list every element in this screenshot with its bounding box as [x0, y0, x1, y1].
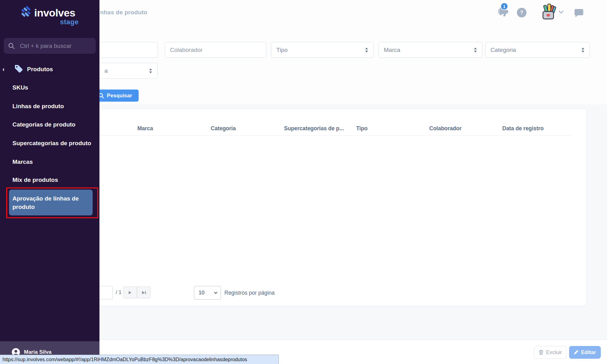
colaborador-placeholder: Colaborador — [170, 47, 203, 53]
excluir-button-label: Excluir — [546, 349, 562, 356]
column-header-tipo[interactable]: Tipo — [356, 125, 368, 132]
column-header-colaborador[interactable]: Colaborador — [429, 125, 462, 132]
column-header-marca[interactable]: Marca — [137, 125, 153, 132]
play-icon — [128, 291, 132, 295]
browser-status-url: https://sup.involves.com/webapp/#!/app/1… — [0, 355, 279, 364]
column-header-supercategorias[interactable]: Supercategorias de p... — [284, 125, 344, 132]
sidebar-item-marcas[interactable]: Marcas — [12, 159, 33, 165]
column-header-categoria[interactable]: Categoria — [211, 125, 236, 132]
categoria-select[interactable]: Categoria — [485, 42, 590, 58]
select-spinner-icon — [365, 47, 368, 53]
per-page-select[interactable]: 10 — [194, 286, 221, 300]
sidebar-collapse-button[interactable]: ‹ — [2, 66, 5, 73]
sidebar-item-aprovacao-de-linhas-de-produto-active[interactable]: Aprovação de linhas de produto — [9, 190, 93, 215]
column-header-data-registro[interactable]: Data de registro — [502, 125, 544, 132]
editar-button-label: Editar — [581, 349, 596, 356]
per-page-value: 10 — [199, 290, 205, 296]
table-body-empty — [101, 136, 572, 279]
last-page-button[interactable] — [137, 287, 150, 298]
next-page-button[interactable] — [123, 287, 137, 298]
chevron-down-icon — [559, 10, 564, 14]
marca-select-label: Marca — [384, 47, 400, 53]
marca-select[interactable]: Marca — [379, 42, 482, 58]
tag-icon — [14, 64, 23, 74]
user-name: Maria Silva — [24, 349, 52, 355]
chat-bubble-icon — [573, 8, 583, 18]
select-spinner-icon — [581, 47, 585, 53]
pencil-cup-avatar-icon — [539, 2, 557, 20]
per-page-label: Registros por página — [224, 290, 274, 296]
sidebar: involves stage Ctrl + k para buscar ‹ Pr… — [0, 0, 99, 364]
sidebar-search-input[interactable]: Ctrl + k para buscar — [4, 38, 96, 54]
user-avatar-menu[interactable] — [539, 2, 557, 20]
pencil-icon — [574, 350, 578, 355]
tipo-select-label: Tipo — [276, 47, 287, 53]
pesquisar-button-label: Pesquisar — [107, 93, 132, 99]
status-url-text: https://sup.involves.com/webapp/#!/app/1… — [2, 357, 247, 362]
page-total-label: / 1 — [116, 289, 122, 296]
sidebar-item-mix-de-produtos[interactable]: Mix de produtos — [12, 177, 58, 183]
trash-icon — [539, 350, 544, 355]
sidebar-item-skus[interactable]: SKUs — [12, 84, 28, 91]
page-title: nhas de produto — [100, 9, 147, 16]
help-button[interactable]: ? — [517, 8, 527, 17]
categoria-select-label: Categoria — [490, 47, 516, 53]
excluir-button[interactable]: Excluir — [534, 346, 567, 359]
sidebar-item-supercategorias-de-produto[interactable]: Supercategorias de produto — [12, 140, 91, 147]
filter-select-partial-text: a — [104, 67, 108, 74]
notification-badge: 1 — [500, 2, 508, 10]
chat-button[interactable] — [573, 8, 583, 19]
colaborador-input[interactable]: Colaborador — [165, 42, 266, 58]
chevron-down-icon — [214, 292, 218, 294]
tipo-select[interactable]: Tipo — [271, 42, 374, 58]
logo-stage-text: stage — [0, 18, 79, 26]
results-table-card: Marca Categoria Supercategorias de p... … — [90, 109, 587, 306]
editar-button[interactable]: Editar — [569, 346, 601, 359]
active-item-label: Aprovação de linhas de produto — [12, 194, 88, 211]
search-icon — [8, 43, 15, 49]
skip-to-end-icon — [141, 291, 146, 295]
sidebar-item-categorias-de-produto[interactable]: Categorias de produto — [12, 121, 76, 128]
select-spinner-icon — [149, 68, 152, 74]
select-spinner-icon — [474, 47, 477, 53]
sidebar-item-linhas-de-produto[interactable]: Linhas de produto — [12, 103, 64, 110]
question-mark-icon: ? — [520, 10, 523, 16]
logo-brand-text: involves — [34, 7, 75, 19]
sidebar-search-placeholder: Ctrl + k para buscar — [20, 43, 71, 49]
avatar-dropdown-toggle[interactable] — [559, 10, 564, 16]
sidebar-section-produtos[interactable]: Produtos — [27, 66, 53, 73]
